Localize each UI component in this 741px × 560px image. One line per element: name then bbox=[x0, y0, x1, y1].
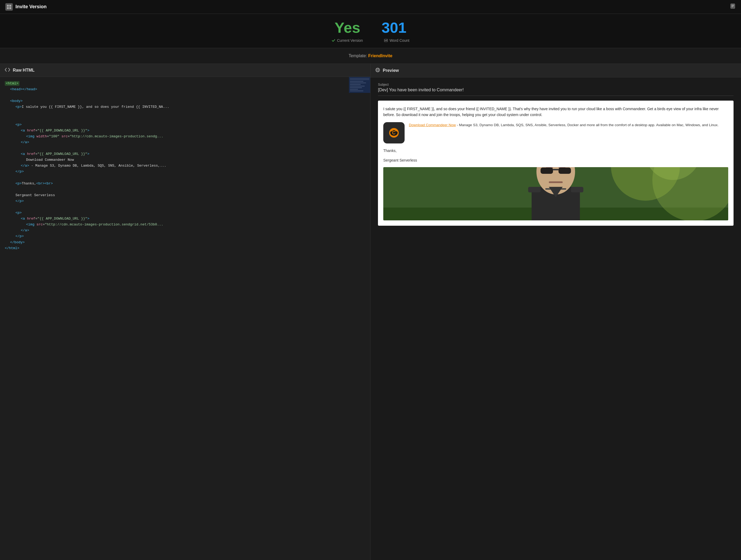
code-line: <p>I salute you {{ FIRST_NAME }}, and so… bbox=[5, 104, 365, 110]
word-count-stat: 301 bbox=[382, 20, 406, 35]
code-line: </p> bbox=[5, 198, 365, 204]
svg-rect-51 bbox=[528, 187, 541, 192]
code-line bbox=[5, 145, 365, 151]
code-line: </p> bbox=[5, 233, 365, 239]
svg-rect-16 bbox=[350, 84, 361, 85]
svg-rect-14 bbox=[350, 81, 363, 82]
current-version-label: Current Version bbox=[332, 38, 363, 43]
svg-rect-0 bbox=[7, 5, 9, 7]
word-count-label: Word Count bbox=[384, 38, 409, 43]
preview-title: Preview bbox=[383, 68, 399, 73]
code-line: <a href="{{ APP_DOWNLOAD_URL }}"> bbox=[5, 151, 365, 157]
word-count-value: 301 bbox=[382, 20, 406, 35]
code-line: </a> - Manage S3, Dynamo DB, Lambda, SQS… bbox=[5, 163, 365, 169]
preview-intro: I salute you {{ FIRST_NAME }}, and so do… bbox=[383, 106, 728, 118]
code-line bbox=[5, 110, 365, 116]
code-line: <p> bbox=[5, 210, 365, 216]
code-line: Download Commandeer Now bbox=[5, 157, 365, 163]
app-text: Download Commandeer Now - Manage S3, Dyn… bbox=[409, 122, 719, 128]
svg-rect-19 bbox=[350, 89, 358, 90]
brand-icon bbox=[5, 3, 13, 11]
email-preview: I salute you {{ FIRST_NAME }}, and so do… bbox=[378, 101, 734, 226]
code-line: </a> bbox=[5, 228, 365, 233]
app-download-block: C Download Commandeer Now - Manage S3, D… bbox=[383, 122, 728, 144]
svg-rect-52 bbox=[571, 187, 583, 192]
code-line: <p> bbox=[5, 122, 365, 128]
template-area: Template: FriendInvite bbox=[0, 48, 741, 64]
template-name[interactable]: FriendInvite bbox=[368, 54, 393, 58]
app-icon: C bbox=[383, 122, 405, 144]
svg-rect-6 bbox=[731, 6, 734, 6]
svg-rect-9 bbox=[385, 40, 386, 41]
current-version-stat: Yes bbox=[335, 20, 360, 35]
code-line: <head></head> bbox=[5, 86, 365, 92]
raw-html-header: Raw HTML bbox=[0, 64, 370, 77]
svg-rect-20 bbox=[350, 90, 363, 91]
raw-html-title: Raw HTML bbox=[13, 68, 35, 73]
svg-rect-11 bbox=[387, 39, 387, 41]
code-line bbox=[5, 116, 365, 122]
code-line: <p>Thanks,<br><br> bbox=[5, 181, 365, 186]
preview-body-area: Subject [Dev] You have been invited to C… bbox=[370, 77, 741, 231]
preview-header: Preview bbox=[370, 64, 741, 77]
code-editor[interactable]: <html> <head></head> <body> <p>I salute … bbox=[0, 77, 370, 560]
code-line: Sergeant Serverless bbox=[5, 192, 365, 198]
code-line bbox=[5, 204, 365, 210]
svg-text:C: C bbox=[392, 130, 396, 136]
main-content: Raw HTML <html> bbox=[0, 64, 741, 560]
current-version-value: Yes bbox=[335, 20, 360, 35]
code-line: </body> bbox=[5, 240, 365, 245]
svg-rect-46 bbox=[541, 167, 553, 173]
navbar: Invite Version bbox=[0, 0, 741, 14]
code-line: <html> bbox=[5, 81, 365, 86]
code-line bbox=[5, 186, 365, 192]
svg-rect-2 bbox=[7, 7, 9, 9]
svg-rect-47 bbox=[558, 167, 571, 173]
template-label: Template: bbox=[349, 54, 367, 58]
subject-value: [Dev] You have been invited to Commandee… bbox=[378, 88, 734, 96]
svg-rect-7 bbox=[731, 7, 733, 7]
subject-label: Subject bbox=[378, 83, 734, 86]
svg-rect-1 bbox=[9, 5, 11, 7]
code-line: </html> bbox=[5, 245, 365, 251]
app-title: Invite Version bbox=[15, 4, 47, 10]
svg-rect-18 bbox=[350, 87, 362, 88]
preview-thanks: Thanks, bbox=[383, 148, 728, 154]
preview-signature: Sergeant Serverless bbox=[383, 157, 728, 163]
code-line bbox=[5, 92, 365, 98]
svg-rect-3 bbox=[9, 7, 11, 9]
svg-rect-49 bbox=[549, 181, 563, 183]
preview-panel: Preview Subject [Dev] You have been invi… bbox=[370, 64, 741, 560]
code-line: <body> bbox=[5, 98, 365, 104]
code-line: <img width="100" src="http://cdn.mcauto-… bbox=[5, 134, 365, 140]
brand: Invite Version bbox=[5, 3, 47, 11]
code-line: </a> bbox=[5, 140, 365, 145]
globe-icon bbox=[375, 68, 380, 73]
svg-rect-17 bbox=[350, 86, 365, 86]
raw-html-panel: Raw HTML <html> bbox=[0, 64, 370, 560]
code-line: <a href="{{ APP_DOWNLOAD_URL }}"> bbox=[5, 128, 365, 134]
code-thumbnail bbox=[349, 77, 370, 93]
svg-rect-5 bbox=[731, 5, 734, 5]
code-line: </p> bbox=[5, 169, 365, 175]
stats-area: Yes 301 Current Version Word Count bbox=[0, 14, 741, 48]
svg-rect-15 bbox=[350, 82, 366, 83]
code-line: <a href="{{ APP_DOWNLOAD_URL }}"> bbox=[5, 216, 365, 222]
download-link[interactable]: Download Commandeer Now bbox=[409, 123, 456, 127]
svg-rect-13 bbox=[350, 78, 369, 80]
code-line: <img src="http://cdn.mcauto-images-produ… bbox=[5, 222, 365, 228]
notes-icon[interactable] bbox=[730, 3, 736, 10]
svg-rect-10 bbox=[386, 40, 386, 41]
sergeant-image bbox=[383, 167, 728, 220]
code-line bbox=[5, 175, 365, 181]
svg-rect-48 bbox=[553, 169, 558, 170]
code-icon bbox=[5, 68, 10, 73]
